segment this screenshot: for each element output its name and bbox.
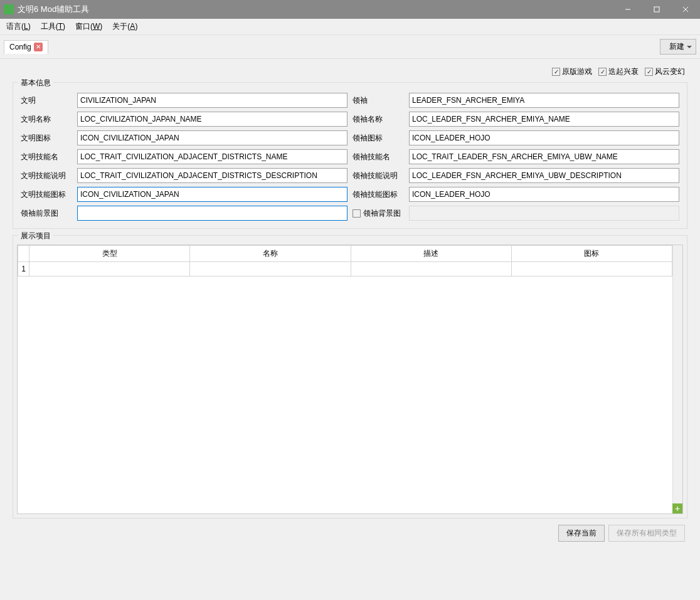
tab-close-icon[interactable]: ✕	[34, 43, 43, 51]
app-icon	[4, 4, 14, 14]
menubar: 语言(L) 工具(T) 窗口(W) 关于(A)	[0, 19, 700, 35]
input-civ-trait-name[interactable]	[77, 149, 347, 164]
checkbox-gathering-storm[interactable]: 风云变幻	[645, 66, 685, 77]
input-leader-foreground[interactable]	[77, 206, 347, 221]
input-leader-trait-desc[interactable]	[409, 168, 679, 183]
input-civ-trait-icon[interactable]	[77, 187, 347, 202]
display-table: 类型 名称 描述 图标 1	[18, 245, 672, 276]
maximize-button[interactable]	[642, 0, 671, 19]
new-dropdown[interactable]: 新建	[660, 39, 696, 55]
input-civ[interactable]	[77, 93, 347, 108]
row-number: 1	[18, 262, 29, 276]
label-civ-name: 文明名称	[21, 114, 72, 125]
basic-info-legend: 基本信息	[18, 78, 53, 88]
col-icon[interactable]: 图标	[511, 246, 672, 262]
input-leader-name[interactable]	[409, 112, 679, 127]
label-leader-trait-name: 领袖技能名	[353, 152, 404, 162]
col-name[interactable]: 名称	[190, 246, 351, 262]
checkbox-leader-background[interactable]: 领袖背景图	[353, 208, 404, 219]
input-leader-icon[interactable]	[409, 130, 679, 145]
input-leader[interactable]	[409, 93, 679, 108]
label-leader-foreground: 领袖前景图	[21, 208, 72, 219]
table-row[interactable]: 1	[18, 262, 672, 276]
label-civ-trait-desc: 文明技能说明	[21, 171, 72, 181]
svg-rect-1	[654, 7, 659, 12]
basic-info-group: 基本信息 文明 领袖 文明名称 领袖名称 文明图标 领袖图标 文明技能名 领袖技…	[13, 82, 687, 229]
cell-type[interactable]	[29, 262, 190, 276]
col-type[interactable]: 类型	[29, 246, 190, 262]
close-button[interactable]	[671, 0, 700, 19]
tab-bar: Config ✕ 新建	[0, 35, 700, 59]
titlebar: 文明6 Mod辅助工具	[0, 0, 700, 19]
cell-desc[interactable]	[351, 262, 511, 276]
save-all-same-type-button: 保存所有相同类型	[608, 525, 685, 542]
minimize-button[interactable]	[613, 0, 642, 19]
tab-label: Config	[9, 43, 31, 51]
label-leader-trait-icon: 领袖技能图标	[353, 189, 404, 200]
label-leader-trait-desc: 领袖技能说明	[353, 171, 404, 181]
label-leader-icon: 领袖图标	[353, 133, 404, 144]
display-items-group: 展示项目 类型 名称 描述 图标 1	[13, 235, 687, 518]
tab-config[interactable]: Config ✕	[4, 40, 48, 54]
label-civ: 文明	[21, 95, 72, 106]
table-scrollbar[interactable]	[672, 245, 682, 513]
add-row-button[interactable]: +	[672, 503, 682, 513]
col-desc[interactable]: 描述	[351, 246, 511, 262]
label-civ-icon: 文明图标	[21, 133, 72, 144]
input-civ-name[interactable]	[77, 112, 347, 127]
label-leader-name: 领袖名称	[353, 114, 404, 125]
input-leader-trait-icon[interactable]	[409, 187, 679, 202]
menu-window[interactable]: 窗口(W)	[75, 21, 102, 32]
input-leader-trait-name[interactable]	[409, 149, 679, 164]
input-civ-trait-desc[interactable]	[77, 168, 347, 183]
display-items-legend: 展示项目	[18, 231, 53, 241]
menu-tool[interactable]: 工具(T)	[41, 21, 65, 32]
label-civ-trait-name: 文明技能名	[21, 152, 72, 162]
checkbox-rise-fall[interactable]: 迭起兴衰	[598, 66, 639, 77]
window-title: 文明6 Mod辅助工具	[18, 4, 613, 15]
cell-icon[interactable]	[511, 262, 672, 276]
col-rownum	[18, 246, 29, 262]
menu-about[interactable]: 关于(A)	[112, 21, 137, 32]
cell-name[interactable]	[190, 262, 351, 276]
menu-language[interactable]: 语言(L)	[6, 21, 31, 32]
input-leader-background[interactable]	[409, 206, 679, 221]
save-current-button[interactable]: 保存当前	[558, 525, 605, 542]
label-civ-trait-icon: 文明技能图标	[21, 189, 72, 200]
label-leader: 领袖	[353, 95, 404, 106]
input-civ-icon[interactable]	[77, 130, 347, 145]
checkbox-vanilla[interactable]: 原版游戏	[552, 66, 592, 77]
